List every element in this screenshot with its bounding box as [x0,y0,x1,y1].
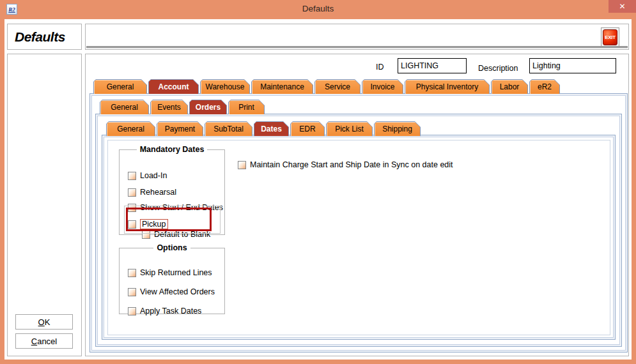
id-input[interactable] [398,58,467,73]
tab-print[interactable]: Print [228,100,265,114]
highlight-annotation [126,208,212,231]
description-label: Description [478,64,518,73]
ok-button[interactable]: OK [15,314,73,330]
tab-shipping[interactable]: Shipping [374,121,421,136]
options-title: Options [153,243,190,252]
tab-maintenance[interactable]: Maintenance [251,79,313,94]
tab-general-l3[interactable]: General [106,121,155,136]
mandatory-dates-title: Mandatory Dates [137,145,208,154]
tabs-level3: General Payment SubTotal Dates EDR Pick … [106,121,421,136]
close-icon: ✕ [619,2,625,11]
checkbox-row-sync-dates[interactable]: Maintain Charge Start and Ship Date in S… [238,160,453,169]
toolbar: EXIT [85,24,629,50]
sidebar-panel: OK Cancel [7,54,82,356]
description-input[interactable] [529,58,616,73]
tab-labor[interactable]: Labor [491,79,528,94]
tab-dates[interactable]: Dates [254,121,289,136]
checkbox-row-skip-returned-lines[interactable]: Skip Returned Lines [128,268,212,277]
checkbox-row-load-in[interactable]: Load-In [128,171,167,180]
tab-payment[interactable]: Payment [157,121,203,136]
tab-physical-inventory[interactable]: Physical Inventory [405,79,490,94]
apply-task-dates-checkbox[interactable] [128,307,136,315]
page-title: Defaults [15,29,65,45]
tab-service[interactable]: Service [314,79,361,94]
cancel-button[interactable]: Cancel [15,333,73,349]
tab-edr[interactable]: EDR [290,121,325,136]
tab-general-l1[interactable]: General [93,79,147,94]
tab-er2[interactable]: eR2 [529,79,560,94]
exit-button[interactable]: EXIT [601,27,619,47]
sync-dates-checkbox[interactable] [238,161,246,169]
id-label: ID [376,63,384,72]
tab-account[interactable]: Account [148,79,199,94]
options-group: Options Skip Returned Lines View Affecte… [119,243,225,314]
tabs-level2: General Events Orders Print [100,100,265,114]
tab-subtotal[interactable]: SubTotal [205,121,252,136]
skip-returned-lines-checkbox[interactable] [128,269,136,277]
exit-icon: EXIT [603,29,617,45]
tabs-level1: General Account Warehouse Maintenance Se… [93,79,560,94]
window-title: Defaults [0,4,636,13]
rehearsal-checkbox[interactable] [128,188,136,197]
tab-invoice[interactable]: Invoice [362,79,403,94]
checkbox-row-rehearsal[interactable]: Rehearsal [128,188,176,197]
tab-pick-list[interactable]: Pick List [326,121,373,136]
titlebar: R2 Defaults ✕ [0,0,636,18]
tab-warehouse[interactable]: Warehouse [200,79,250,94]
close-button[interactable]: ✕ [609,0,636,13]
checkbox-row-apply-task-dates[interactable]: Apply Task Dates [128,307,201,315]
page-title-box: Defaults [7,24,82,50]
view-affected-orders-checkbox[interactable] [128,288,136,296]
load-in-checkbox[interactable] [128,172,136,180]
tab-orders[interactable]: Orders [189,100,227,114]
checkbox-row-view-affected-orders[interactable]: View Affected Orders [128,287,215,296]
app-window: R2 Defaults ✕ Defaults EXIT OK Cancel ID… [0,0,636,364]
tab-events[interactable]: Events [150,100,188,114]
tab-general-l2[interactable]: General [100,100,149,114]
